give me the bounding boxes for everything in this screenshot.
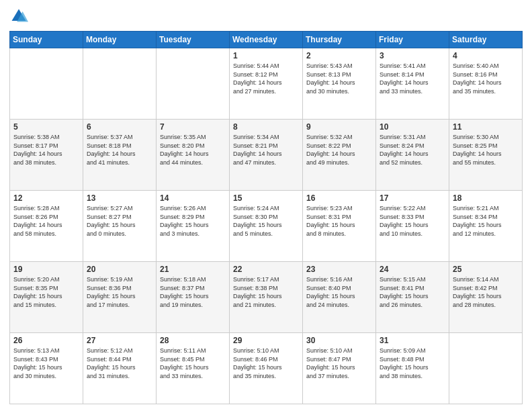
calendar-cell bbox=[157, 48, 230, 120]
calendar-cell: 31Sunrise: 5:09 AM Sunset: 8:48 PM Dayli… bbox=[376, 333, 449, 404]
calendar-cell: 9Sunrise: 5:32 AM Sunset: 8:22 PM Daylig… bbox=[303, 120, 376, 191]
calendar-header-cell: Wednesday bbox=[230, 32, 303, 48]
calendar-cell: 25Sunrise: 5:14 AM Sunset: 8:42 PM Dayli… bbox=[449, 262, 523, 333]
day-info: Sunrise: 5:34 AM Sunset: 8:21 PM Dayligh… bbox=[233, 133, 299, 167]
day-number: 23 bbox=[306, 265, 372, 274]
day-number: 29 bbox=[233, 336, 299, 345]
logo-icon bbox=[9, 7, 28, 26]
calendar-body: 1Sunrise: 5:44 AM Sunset: 8:12 PM Daylig… bbox=[10, 48, 523, 404]
calendar-cell: 19Sunrise: 5:20 AM Sunset: 8:35 PM Dayli… bbox=[10, 262, 83, 333]
calendar-header-cell: Saturday bbox=[449, 32, 523, 48]
day-info: Sunrise: 5:28 AM Sunset: 8:26 PM Dayligh… bbox=[13, 204, 79, 238]
day-number: 6 bbox=[87, 122, 152, 132]
calendar-cell: 12Sunrise: 5:28 AM Sunset: 8:26 PM Dayli… bbox=[10, 191, 83, 262]
calendar-cell bbox=[449, 333, 523, 404]
day-info: Sunrise: 5:23 AM Sunset: 8:31 PM Dayligh… bbox=[306, 204, 372, 238]
calendar-cell: 29Sunrise: 5:10 AM Sunset: 8:46 PM Dayli… bbox=[230, 333, 303, 404]
calendar-cell: 11Sunrise: 5:30 AM Sunset: 8:25 PM Dayli… bbox=[449, 120, 523, 191]
day-info: Sunrise: 5:17 AM Sunset: 8:38 PM Dayligh… bbox=[233, 275, 299, 309]
calendar-cell: 10Sunrise: 5:31 AM Sunset: 8:24 PM Dayli… bbox=[376, 120, 449, 191]
day-info: Sunrise: 5:30 AM Sunset: 8:25 PM Dayligh… bbox=[453, 133, 519, 167]
calendar-week-row: 5Sunrise: 5:38 AM Sunset: 8:17 PM Daylig… bbox=[10, 120, 523, 191]
day-number: 30 bbox=[306, 336, 372, 345]
day-number: 17 bbox=[380, 193, 445, 203]
calendar-cell: 4Sunrise: 5:40 AM Sunset: 8:16 PM Daylig… bbox=[449, 48, 523, 120]
calendar-cell: 22Sunrise: 5:17 AM Sunset: 8:38 PM Dayli… bbox=[230, 262, 303, 333]
calendar-cell: 2Sunrise: 5:43 AM Sunset: 8:13 PM Daylig… bbox=[303, 48, 376, 120]
day-info: Sunrise: 5:24 AM Sunset: 8:30 PM Dayligh… bbox=[233, 204, 299, 238]
calendar-header-cell: Friday bbox=[376, 32, 449, 48]
day-info: Sunrise: 5:18 AM Sunset: 8:37 PM Dayligh… bbox=[160, 275, 226, 309]
logo bbox=[9, 7, 31, 26]
calendar-cell: 27Sunrise: 5:12 AM Sunset: 8:44 PM Dayli… bbox=[83, 333, 157, 404]
calendar-cell: 14Sunrise: 5:26 AM Sunset: 8:29 PM Dayli… bbox=[157, 191, 230, 262]
day-number: 22 bbox=[233, 265, 299, 274]
day-info: Sunrise: 5:26 AM Sunset: 8:29 PM Dayligh… bbox=[160, 204, 226, 238]
day-number: 8 bbox=[233, 122, 299, 132]
day-number: 26 bbox=[13, 336, 79, 345]
calendar-cell: 20Sunrise: 5:19 AM Sunset: 8:36 PM Dayli… bbox=[83, 262, 157, 333]
day-number: 27 bbox=[87, 336, 152, 345]
day-info: Sunrise: 5:40 AM Sunset: 8:16 PM Dayligh… bbox=[453, 62, 519, 95]
day-number: 14 bbox=[160, 193, 226, 203]
calendar-header-cell: Tuesday bbox=[157, 32, 230, 48]
calendar-week-row: 26Sunrise: 5:13 AM Sunset: 8:43 PM Dayli… bbox=[10, 333, 523, 404]
day-number: 28 bbox=[160, 336, 226, 345]
day-info: Sunrise: 5:10 AM Sunset: 8:47 PM Dayligh… bbox=[306, 347, 372, 380]
calendar-cell: 8Sunrise: 5:34 AM Sunset: 8:21 PM Daylig… bbox=[230, 120, 303, 191]
day-info: Sunrise: 5:22 AM Sunset: 8:33 PM Dayligh… bbox=[380, 204, 445, 238]
day-number: 25 bbox=[453, 265, 519, 274]
day-number: 5 bbox=[13, 122, 79, 132]
calendar-header-cell: Thursday bbox=[303, 32, 376, 48]
calendar-cell bbox=[10, 48, 83, 120]
day-info: Sunrise: 5:19 AM Sunset: 8:36 PM Dayligh… bbox=[87, 275, 152, 309]
day-number: 24 bbox=[380, 265, 445, 274]
day-info: Sunrise: 5:27 AM Sunset: 8:27 PM Dayligh… bbox=[87, 204, 152, 238]
calendar-cell: 23Sunrise: 5:16 AM Sunset: 8:40 PM Dayli… bbox=[303, 262, 376, 333]
day-number: 16 bbox=[306, 193, 372, 203]
day-number: 4 bbox=[453, 51, 519, 60]
day-info: Sunrise: 5:20 AM Sunset: 8:35 PM Dayligh… bbox=[13, 275, 79, 309]
calendar-cell: 16Sunrise: 5:23 AM Sunset: 8:31 PM Dayli… bbox=[303, 191, 376, 262]
day-info: Sunrise: 5:10 AM Sunset: 8:46 PM Dayligh… bbox=[233, 347, 299, 380]
calendar-cell: 3Sunrise: 5:41 AM Sunset: 8:14 PM Daylig… bbox=[376, 48, 449, 120]
day-number: 19 bbox=[13, 265, 79, 274]
day-number: 11 bbox=[453, 122, 519, 132]
day-info: Sunrise: 5:37 AM Sunset: 8:18 PM Dayligh… bbox=[87, 133, 152, 167]
day-number: 9 bbox=[306, 122, 372, 132]
calendar-header-cell: Sunday bbox=[10, 32, 83, 48]
day-info: Sunrise: 5:11 AM Sunset: 8:45 PM Dayligh… bbox=[160, 347, 226, 380]
calendar-cell: 18Sunrise: 5:21 AM Sunset: 8:34 PM Dayli… bbox=[449, 191, 523, 262]
calendar-header-cell: Monday bbox=[83, 32, 157, 48]
day-info: Sunrise: 5:35 AM Sunset: 8:20 PM Dayligh… bbox=[160, 133, 226, 167]
calendar-header-row: SundayMondayTuesdayWednesdayThursdayFrid… bbox=[10, 32, 523, 48]
day-info: Sunrise: 5:44 AM Sunset: 8:12 PM Dayligh… bbox=[233, 62, 299, 95]
day-number: 13 bbox=[87, 193, 152, 203]
calendar-cell: 1Sunrise: 5:44 AM Sunset: 8:12 PM Daylig… bbox=[230, 48, 303, 120]
day-info: Sunrise: 5:21 AM Sunset: 8:34 PM Dayligh… bbox=[453, 204, 519, 238]
page: SundayMondayTuesdayWednesdayThursdayFrid… bbox=[0, 0, 532, 411]
day-info: Sunrise: 5:12 AM Sunset: 8:44 PM Dayligh… bbox=[87, 347, 152, 380]
calendar-cell: 24Sunrise: 5:15 AM Sunset: 8:41 PM Dayli… bbox=[376, 262, 449, 333]
calendar-cell: 7Sunrise: 5:35 AM Sunset: 8:20 PM Daylig… bbox=[157, 120, 230, 191]
calendar-cell bbox=[83, 48, 157, 120]
calendar-week-row: 1Sunrise: 5:44 AM Sunset: 8:12 PM Daylig… bbox=[10, 48, 523, 120]
header bbox=[9, 7, 523, 26]
calendar-cell: 26Sunrise: 5:13 AM Sunset: 8:43 PM Dayli… bbox=[10, 333, 83, 404]
day-number: 21 bbox=[160, 265, 226, 274]
day-number: 7 bbox=[160, 122, 226, 132]
calendar-cell: 30Sunrise: 5:10 AM Sunset: 8:47 PM Dayli… bbox=[303, 333, 376, 404]
day-info: Sunrise: 5:41 AM Sunset: 8:14 PM Dayligh… bbox=[380, 62, 445, 95]
day-info: Sunrise: 5:09 AM Sunset: 8:48 PM Dayligh… bbox=[380, 347, 445, 380]
calendar-cell: 15Sunrise: 5:24 AM Sunset: 8:30 PM Dayli… bbox=[230, 191, 303, 262]
calendar-cell: 13Sunrise: 5:27 AM Sunset: 8:27 PM Dayli… bbox=[83, 191, 157, 262]
day-info: Sunrise: 5:16 AM Sunset: 8:40 PM Dayligh… bbox=[306, 275, 372, 309]
calendar-week-row: 19Sunrise: 5:20 AM Sunset: 8:35 PM Dayli… bbox=[10, 262, 523, 333]
calendar-week-row: 12Sunrise: 5:28 AM Sunset: 8:26 PM Dayli… bbox=[10, 191, 523, 262]
day-number: 2 bbox=[306, 51, 372, 60]
calendar-cell: 17Sunrise: 5:22 AM Sunset: 8:33 PM Dayli… bbox=[376, 191, 449, 262]
day-number: 12 bbox=[13, 193, 79, 203]
day-info: Sunrise: 5:32 AM Sunset: 8:22 PM Dayligh… bbox=[306, 133, 372, 167]
day-info: Sunrise: 5:15 AM Sunset: 8:41 PM Dayligh… bbox=[380, 275, 445, 309]
calendar-cell: 21Sunrise: 5:18 AM Sunset: 8:37 PM Dayli… bbox=[157, 262, 230, 333]
